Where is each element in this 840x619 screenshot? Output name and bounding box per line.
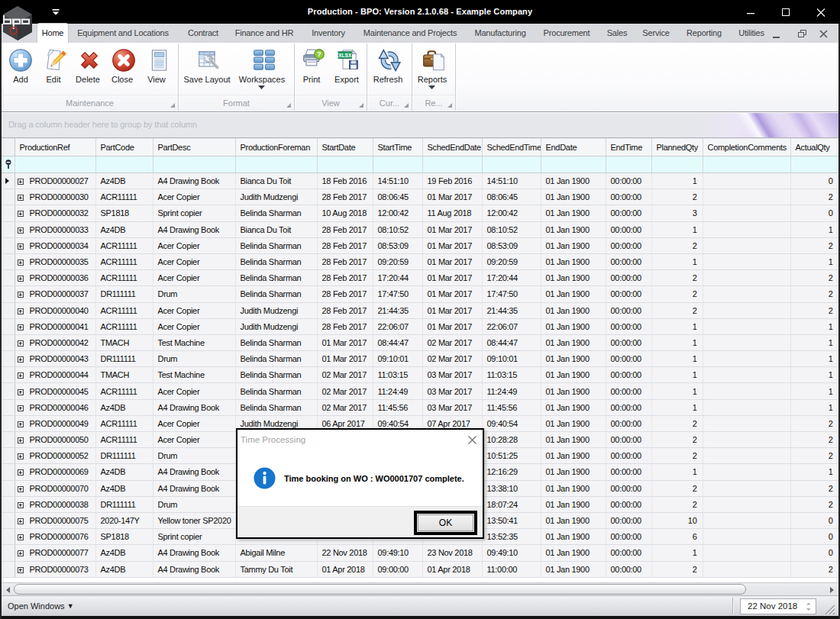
svg-text:XLSX: XLSX [338, 53, 352, 58]
svg-text:?: ? [317, 50, 321, 58]
